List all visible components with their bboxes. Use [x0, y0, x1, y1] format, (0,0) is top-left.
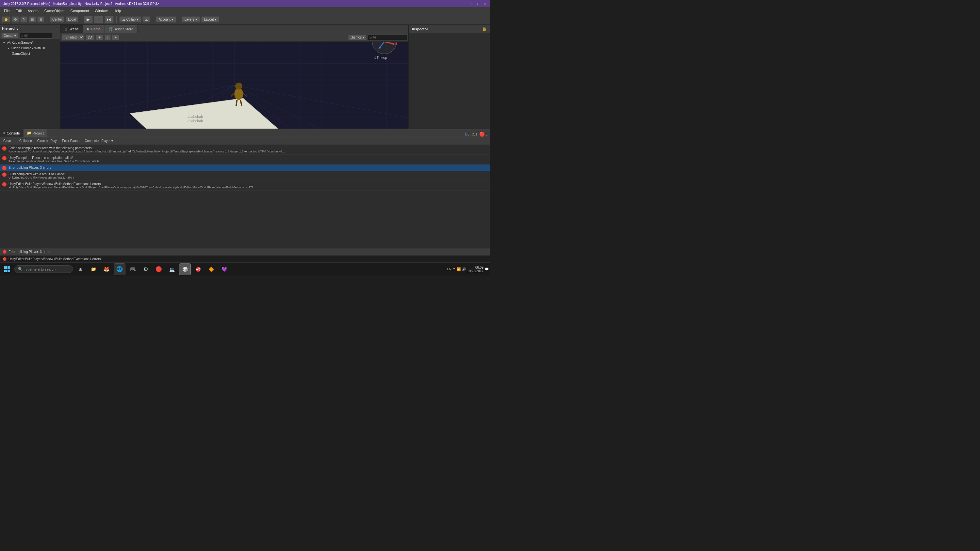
tab-project[interactable]: 📁 Project [24, 129, 48, 137]
tab-asset-store[interactable]: 🛒 Asset Store [105, 25, 137, 33]
hierarchy-panel: Hierarchy ⋮ Create ▾ ▼ 🎮 KudanSample* ▸ … [0, 25, 60, 129]
transform-move-button[interactable]: ✛ [12, 16, 19, 22]
error-pause-button[interactable]: Error Pause [60, 138, 81, 143]
gizmos-button[interactable]: Gizmos ▾ [348, 35, 366, 40]
layout-button[interactable]: Layout ▾ [201, 16, 220, 22]
language-indicator: EN [447, 267, 452, 271]
step-button[interactable]: ⏭ [105, 16, 114, 24]
tab-game[interactable]: ▶ Game [83, 25, 105, 33]
taskbar-browser-1[interactable]: 🦊 [100, 264, 112, 275]
console-message-4[interactable]: 🔴 Build completed with a result of 'Fail… [0, 171, 490, 181]
hierarchy-item-kudan-sample[interactable]: ▼ 🎮 KudanSample* [0, 40, 60, 45]
connected-player-button[interactable]: Connected Player ▾ [83, 138, 115, 143]
hierarchy-item-gameobject[interactable]: GameObject [0, 51, 60, 57]
account-button[interactable]: Account ▾ [156, 16, 176, 22]
hierarchy-toolbar: Create ▾ [0, 32, 60, 40]
transform-rect-button[interactable]: ⊞ [37, 16, 45, 22]
windows-icon [4, 266, 10, 273]
menu-file[interactable]: File [1, 8, 13, 13]
menu-gameobject[interactable]: GameObject [42, 8, 67, 13]
clear-button[interactable]: Clear [1, 138, 13, 143]
clear-on-play-button[interactable]: Clear on Play [35, 138, 59, 143]
menu-assets[interactable]: Assets [25, 8, 41, 13]
taskbar-vs-code[interactable]: 💻 [166, 264, 178, 275]
pause-button[interactable]: ⏸ [94, 16, 103, 24]
shading-dropdown[interactable]: Shaded [62, 34, 84, 40]
hierarchy-bundle-label: Kudan Bundle - With UI [11, 46, 45, 50]
hierarchy-item-kudan-bundle[interactable]: ▸ Kudan Bundle - With UI [0, 45, 60, 51]
msg-sub-1: -bootclasspath "C:/Users/user/AppData/Lo… [8, 150, 487, 153]
scene-audio-button[interactable]: ♪ [105, 35, 111, 40]
hierarchy-gameobject-label: GameObject [12, 52, 30, 56]
tab-console[interactable]: ≡ Console [0, 129, 24, 137]
hierarchy-create-button[interactable]: Create ▾ [1, 33, 18, 38]
scene-search-input[interactable] [368, 35, 407, 40]
tab-scene[interactable]: ⊞ Scene [60, 25, 83, 33]
taskbar-app-5[interactable]: ⚙ [140, 264, 151, 275]
collab-button[interactable]: ☁ Collab ▾ [119, 16, 141, 22]
hierarchy-search-input[interactable] [20, 33, 52, 38]
transform-scale-button[interactable]: ⊡ [29, 16, 36, 22]
collapse-button[interactable]: Collapse [18, 138, 34, 143]
msg-text-5: UnityEditor.BuildPlayerWindow+BuildMetho… [8, 182, 478, 186]
transform-rotate-button[interactable]: ↻ [20, 16, 27, 22]
app-window: Unity 2017.2.0f3 Personal (64bit) - Kuda… [0, 0, 490, 275]
cloud-button[interactable]: ☁ [142, 16, 150, 22]
start-button[interactable] [1, 264, 13, 275]
transform-hand-button[interactable]: ✋ [2, 16, 10, 22]
inspector-title: Inspector [412, 27, 428, 31]
scene-fx-button[interactable]: ✦ [112, 35, 119, 40]
taskbar-vs[interactable]: 💜 [218, 264, 230, 275]
taskbar-unity[interactable]: 🎲 [179, 264, 191, 275]
menu-component[interactable]: Component [68, 8, 91, 13]
console-message-5[interactable]: 🔴 UnityEditor.BuildPlayerWindow+BuildMet… [0, 181, 490, 191]
taskbar-clock[interactable]: 06:09 10/28/2017 [467, 266, 484, 273]
notification-icon[interactable]: 💬 [485, 267, 489, 271]
menu-help[interactable]: Help [111, 8, 124, 13]
error-icon-3: 🔴 [2, 166, 7, 170]
center-button[interactable]: Center [50, 16, 64, 22]
wifi-icon: 📶 [457, 267, 461, 271]
close-button[interactable]: ✕ [482, 1, 487, 6]
svg-rect-51 [4, 270, 7, 272]
warn-badge: ⚠ 1 [471, 132, 477, 137]
console-message-2[interactable]: 🔴 UnityException: Resource compilation f… [0, 155, 490, 165]
scene-light-button[interactable]: ☀ [96, 35, 103, 40]
taskbar-app-10[interactable]: 🔶 [205, 264, 217, 275]
menu-edit[interactable]: Edit [13, 8, 24, 13]
taskbar-steam[interactable]: 🎮 [127, 264, 138, 275]
scene-view[interactable]: ababebab ababebab [60, 42, 408, 129]
local-button[interactable]: Local [66, 16, 78, 22]
console-sep-1 [15, 138, 15, 144]
hierarchy-options-icon[interactable]: ⋮ [54, 26, 58, 30]
console-message-1[interactable]: 🔴 Failed to compile resources with the f… [0, 145, 490, 155]
play-button[interactable]: ▶ [84, 16, 93, 24]
error-badge: 🔴 5 [479, 132, 487, 137]
separator-5 [179, 16, 179, 23]
svg-text:ababebab: ababebab [188, 114, 203, 119]
taskbar-unity-2[interactable]: 🎯 [192, 264, 204, 275]
inspector-lock-icon[interactable]: 🔒 [482, 27, 487, 31]
maximize-button[interactable]: □ [476, 1, 481, 6]
bottom-error-text: UnityEditor.BuildPlayerWindow+BuildMetho… [8, 257, 101, 261]
project-tab-icon: 📁 [27, 131, 31, 135]
warn-icon: ⚠ [471, 132, 475, 137]
minimize-button[interactable]: − [469, 1, 474, 6]
title-controls: − □ ✕ [469, 1, 487, 6]
status-text: Error building Player: 3 errors [8, 250, 51, 254]
layers-button[interactable]: Layers ▾ [181, 16, 200, 22]
menu-window[interactable]: Window [92, 8, 110, 13]
console-message-3[interactable]: 🔴 Error building Player: 3 errors [0, 165, 490, 171]
taskbar-app-6[interactable]: 🔴 [153, 264, 165, 275]
taskbar-browser-2[interactable]: 🌐 [114, 264, 126, 275]
2d-button[interactable]: 2D [86, 35, 94, 40]
center-panel: ⊞ Scene ▶ Game 🛒 Asset Store Shad [60, 25, 408, 129]
info-icon: ℹ [465, 132, 467, 137]
taskbar-file-explorer[interactable]: 📁 [88, 264, 99, 275]
taskbar-search[interactable]: 🔍 Type here to search [14, 265, 73, 273]
taskbar-task-view[interactable]: ⊞ [75, 264, 86, 275]
scene-tab-bar: ⊞ Scene ▶ Game 🛒 Asset Store [60, 25, 408, 33]
tree-arrow-bundle: ▸ [8, 47, 10, 50]
game-tab-label: Game [91, 27, 100, 31]
console-tab-label: Console [6, 131, 20, 135]
